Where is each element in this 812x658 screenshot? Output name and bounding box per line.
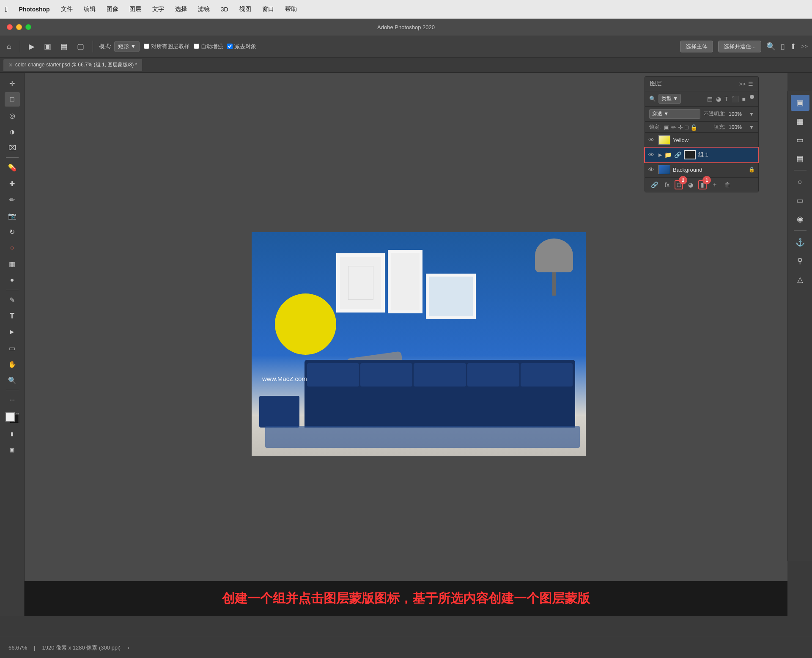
layers-panel-title: 图层 (650, 80, 662, 88)
path-select-tool[interactable]: ► (5, 325, 20, 339)
panel-color-icon[interactable]: ◉ (791, 211, 809, 227)
mask-mode-tool[interactable]: ▮ (5, 427, 20, 441)
layer-group-1[interactable]: 👁 ▶ 📁 🔗 组 1 (645, 148, 758, 162)
stamp-tool[interactable]: 📷 (5, 208, 20, 223)
panel-transform-icon[interactable]: △ (791, 271, 809, 288)
opacity-value[interactable]: 100% (729, 111, 746, 117)
panel-headphones-icon[interactable]: ⚓ (791, 234, 809, 250)
tab-close-icon[interactable]: ✕ (8, 62, 13, 68)
layer-group-expand-icon[interactable]: ▶ (658, 152, 662, 158)
add-style-icon[interactable]: fx (663, 181, 671, 189)
filter-pixel-icon[interactable]: ▤ (706, 95, 713, 103)
frame-icon[interactable]: ▯ (781, 42, 785, 51)
panel-square-icon[interactable]: ▭ (791, 132, 809, 148)
swap-colors-icon[interactable]: ↔ (16, 411, 20, 415)
add-layer-icon[interactable]: ＋ (710, 180, 719, 189)
panel-menu-icon[interactable]: ☰ (748, 81, 753, 87)
filter-shape-icon[interactable]: ⬛ (731, 95, 740, 103)
lock-paint-icon[interactable]: ✏ (671, 124, 676, 131)
select-tool-icon[interactable]: ▶ (26, 40, 37, 53)
crop-tool[interactable]: ⌧ (5, 140, 20, 155)
color-picker[interactable]: ↔ (5, 411, 20, 425)
lock-all-icon[interactable]: 🔒 (690, 124, 697, 131)
gradient-tool[interactable]: ▦ (5, 257, 20, 271)
select-mask-button[interactable]: 选择并遮住... (718, 41, 761, 52)
zoom-tool[interactable]: 🔍 (5, 373, 20, 387)
menu-help[interactable]: 帮助 (283, 5, 299, 14)
panel-tiles-icon[interactable]: ▤ (791, 151, 809, 167)
filter-type-dropdown[interactable]: 类型 ▼ (658, 94, 681, 104)
menu-3d[interactable]: 3D (219, 5, 230, 14)
menu-edit[interactable]: 编辑 (82, 5, 97, 14)
pen-icon: ✎ (9, 296, 15, 304)
select-add-icon[interactable]: ▣ (41, 40, 54, 53)
status-arrow-icon[interactable]: › (127, 644, 129, 651)
select-sub-icon[interactable]: ▤ (58, 40, 70, 53)
apple-menu[interactable]:  (5, 5, 8, 14)
quick-select-tool[interactable]: ◑ (5, 124, 20, 139)
layer-background-visibility-icon[interactable]: 👁 (648, 166, 656, 173)
marquee-tool[interactable]: □ (5, 92, 20, 107)
document-tab[interactable]: ✕ color-change-starter.psd @ 66.7% (组 1,… (3, 59, 142, 71)
close-button[interactable] (7, 24, 13, 30)
menu-file[interactable]: 文件 (59, 5, 74, 14)
fill-expand-icon[interactable]: ▼ (749, 124, 754, 130)
delete-layer-icon[interactable]: 🗑 (723, 181, 732, 189)
move-tool[interactable]: ✛ (5, 76, 20, 90)
menu-photoshop[interactable]: Photoshop (17, 5, 52, 14)
lock-move-icon[interactable]: ✛ (678, 124, 683, 131)
menu-layer[interactable]: 图层 (128, 5, 143, 14)
panel-library-icon[interactable]: ▣ (791, 95, 809, 111)
dodge-tool[interactable]: ● (5, 273, 20, 287)
select-subject-button[interactable]: 选择主体 (680, 41, 713, 52)
hand-tool[interactable]: ✋ (5, 357, 20, 371)
screen-mode-tool[interactable]: ▣ (5, 443, 20, 457)
fill-value[interactable]: 100% (729, 124, 746, 130)
menu-select[interactable]: 选择 (173, 5, 189, 14)
menu-text[interactable]: 文字 (151, 5, 166, 14)
filter-smart-icon[interactable]: ■ (741, 95, 746, 103)
heal-tool[interactable]: ✚ (5, 176, 20, 191)
search-icon[interactable]: 🔍 (766, 42, 776, 51)
layer-group-visibility-icon[interactable]: 👁 (648, 151, 656, 158)
lock-artboard-icon[interactable]: □ (685, 124, 688, 131)
eyedropper-tool[interactable]: 💊 (5, 160, 20, 175)
filter-adjustment-icon[interactable]: ◕ (715, 95, 722, 103)
checkbox-auto-enhance-input[interactable] (194, 44, 199, 49)
filter-text-icon[interactable]: T (724, 95, 729, 103)
collapse-right-icon[interactable]: >> (801, 43, 808, 49)
menu-filter[interactable]: 滤镜 (196, 5, 211, 14)
panel-grid-icon[interactable]: ▦ (791, 113, 809, 129)
type-tool[interactable]: T (5, 309, 20, 323)
eraser-tool[interactable]: ○ (5, 241, 20, 255)
home-icon[interactable]: ⌂ (4, 40, 14, 52)
pen-tool[interactable]: ✎ (5, 293, 20, 307)
add-adjustment-icon[interactable]: ◕ (686, 181, 695, 189)
mode-dropdown[interactable]: 矩形 ▼ (114, 41, 140, 52)
menu-image[interactable]: 图像 (105, 5, 120, 14)
select-option-icon[interactable]: ▢ (74, 40, 87, 53)
panel-light-icon[interactable]: ○ (791, 174, 809, 190)
link-layers-icon[interactable]: 🔗 (649, 181, 660, 189)
menu-window[interactable]: 窗口 (261, 5, 276, 14)
checkbox-all-layers-input[interactable] (144, 44, 149, 49)
arrow-icon[interactable]: ⬆ (790, 42, 796, 51)
layer-background[interactable]: 👁 Background 🔒 (645, 162, 758, 177)
panel-expand-icon[interactable]: >> (739, 81, 746, 87)
lasso-tool[interactable]: ◎ (5, 108, 20, 123)
opacity-expand-icon[interactable]: ▼ (749, 111, 754, 117)
panel-smart-icon[interactable]: ▭ (791, 192, 809, 208)
checkbox-subtract-subject-input[interactable] (227, 44, 233, 49)
more-tools[interactable]: ··· (5, 393, 20, 407)
history-brush-tool[interactable]: ↻ (5, 225, 20, 239)
brush-tool[interactable]: ✏ (5, 192, 20, 207)
layer-yellow[interactable]: 👁 Yellow (645, 133, 758, 148)
lock-pixel-icon[interactable]: ▣ (664, 124, 669, 131)
shape-tool[interactable]: ▭ (5, 341, 20, 355)
menu-view[interactable]: 视图 (238, 5, 253, 14)
maximize-button[interactable] (25, 24, 31, 30)
panel-adjust-icon[interactable]: ⚲ (791, 253, 809, 269)
layer-yellow-visibility-icon[interactable]: 👁 (648, 137, 656, 143)
blend-mode-dropdown[interactable]: 穿透 ▼ (649, 109, 700, 119)
minimize-button[interactable] (16, 24, 22, 30)
